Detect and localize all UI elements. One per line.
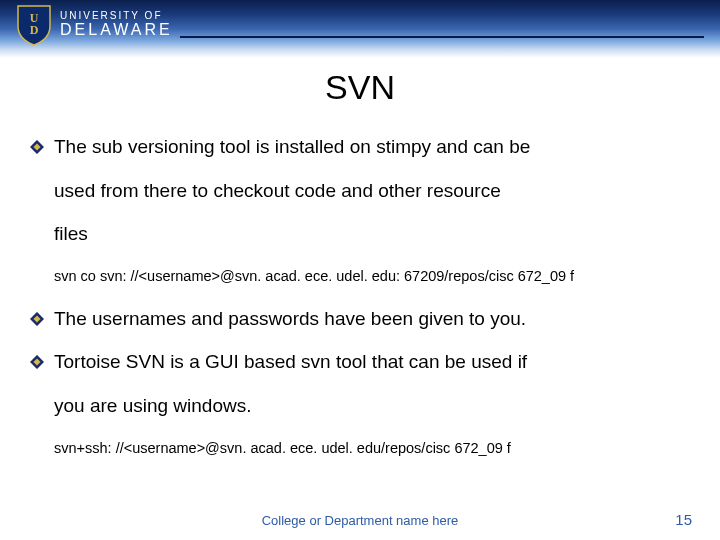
logo-line-2: DELAWARE bbox=[60, 22, 173, 39]
bullet-continuation: you are using windows. bbox=[54, 384, 690, 428]
university-logo: U D UNIVERSITY OF DELAWARE bbox=[16, 4, 173, 46]
header-divider bbox=[180, 36, 704, 38]
slide-header: U D UNIVERSITY OF DELAWARE bbox=[0, 0, 720, 58]
code-line: svn+ssh: //<username>@svn. acad. ece. ud… bbox=[54, 428, 690, 469]
bullet-item: The sub versioning tool is installed on … bbox=[30, 125, 690, 169]
page-number: 15 bbox=[675, 511, 692, 528]
slide-content: The sub versioning tool is installed on … bbox=[30, 125, 690, 468]
footer-text: College or Department name here bbox=[0, 513, 720, 528]
diamond-bullet-icon bbox=[30, 355, 44, 369]
bullet-text: The usernames and passwords have been gi… bbox=[54, 297, 690, 341]
bullet-item: Tortoise SVN is a GUI based svn tool tha… bbox=[30, 340, 690, 384]
bullet-text: The sub versioning tool is installed on … bbox=[54, 125, 690, 169]
svg-text:D: D bbox=[30, 23, 39, 37]
bullet-text: Tortoise SVN is a GUI based svn tool tha… bbox=[54, 340, 690, 384]
slide-title: SVN bbox=[30, 68, 690, 107]
logo-text: UNIVERSITY OF DELAWARE bbox=[60, 11, 173, 38]
bullet-item: The usernames and passwords have been gi… bbox=[30, 297, 690, 341]
slide-body: SVN The sub versioning tool is installed… bbox=[0, 58, 720, 468]
diamond-bullet-icon bbox=[30, 140, 44, 154]
bullet-continuation: files bbox=[54, 212, 690, 256]
code-line: svn co svn: //<username>@svn. acad. ece.… bbox=[54, 256, 690, 297]
bullet-continuation: used from there to checkout code and oth… bbox=[54, 169, 690, 213]
shield-icon: U D bbox=[16, 4, 52, 46]
diamond-bullet-icon bbox=[30, 312, 44, 326]
